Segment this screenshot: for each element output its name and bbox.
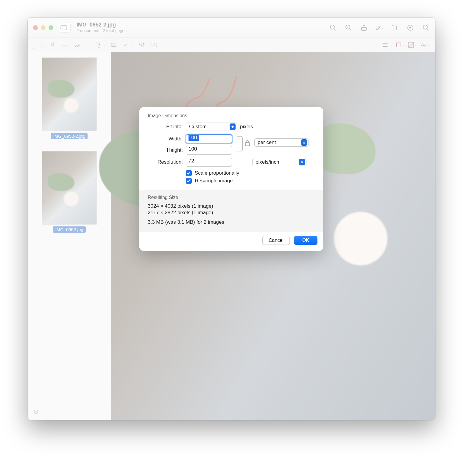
- fit-into-select[interactable]: Custom: [186, 123, 237, 131]
- wh-unit-value: per cent: [258, 140, 299, 145]
- lock-icon: [245, 140, 250, 146]
- select-stepper-icon: [301, 139, 307, 146]
- width-input[interactable]: [186, 134, 232, 143]
- result-line-2: 2117 × 2822 pixels (1 image): [148, 210, 315, 216]
- resolution-unit-select[interactable]: pixels/inch: [252, 158, 306, 166]
- fit-into-label: Fit into:: [148, 124, 183, 130]
- scale-proportionally-checkbox[interactable]: [186, 170, 192, 176]
- height-field[interactable]: [189, 146, 229, 152]
- svg-rect-29: [245, 143, 250, 146]
- resolution-label: Resolution:: [148, 159, 183, 165]
- height-input[interactable]: [186, 146, 232, 155]
- ok-button[interactable]: OK: [294, 236, 317, 245]
- width-height-unit-select[interactable]: per cent: [254, 138, 309, 147]
- select-stepper-icon: [230, 123, 236, 130]
- resolution-field[interactable]: [189, 158, 229, 164]
- width-label: Width:: [148, 136, 183, 142]
- adjust-size-dialog: Image Dimensions Fit into: Custom pixels…: [139, 107, 323, 251]
- cancel-button[interactable]: Cancel: [262, 236, 290, 245]
- scale-proportionally-label: Scale proportionally: [195, 170, 239, 176]
- dialog-section-title: Image Dimensions: [148, 113, 315, 118]
- resample-image-label: Resample image: [195, 178, 233, 184]
- resulting-size-title: Resulting Size: [148, 195, 315, 200]
- resample-image-checkbox[interactable]: [186, 178, 192, 184]
- width-field[interactable]: [189, 135, 199, 141]
- select-stepper-icon: [299, 159, 305, 165]
- resolution-unit-value: pixels/inch: [256, 159, 297, 165]
- resolution-input[interactable]: [186, 158, 232, 167]
- fit-into-value: Custom: [189, 124, 228, 130]
- fit-into-suffix: pixels: [240, 124, 253, 130]
- result-line-1: 3024 × 4032 pixels (1 image): [148, 203, 315, 209]
- result-summary: 3,3 MB (was 3,1 MB) for 2 images: [148, 219, 315, 225]
- height-label: Height:: [148, 147, 183, 153]
